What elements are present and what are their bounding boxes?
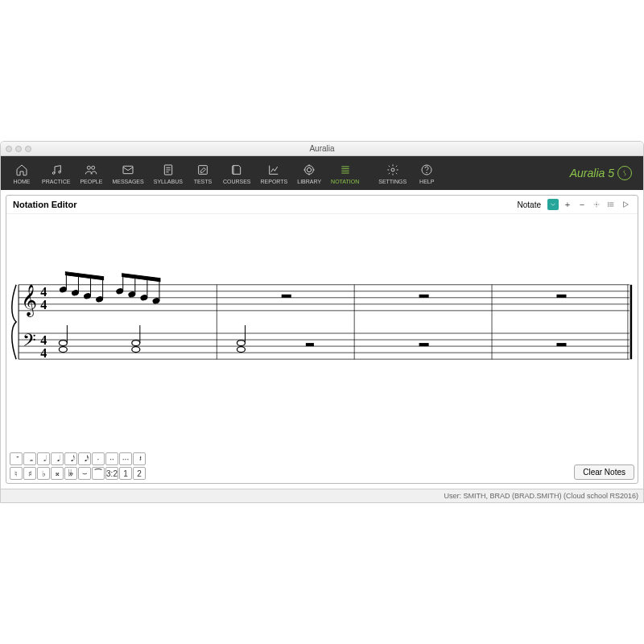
nav-people[interactable]: PEOPLE — [76, 156, 106, 190]
svg-point-11 — [308, 167, 312, 171]
svg-text:4: 4 — [40, 285, 47, 299]
nav-practice[interactable]: PRACTICE — [38, 156, 74, 190]
svg-rect-4 — [123, 166, 133, 173]
palette-button[interactable]: 𝅝 — [23, 452, 36, 465]
palette-button[interactable]: ♮ — [10, 467, 23, 480]
svg-text:𝄞: 𝄞 — [21, 284, 37, 317]
svg-point-57 — [116, 288, 124, 295]
palette-button[interactable]: 𝄻 — [10, 452, 23, 465]
nav-help[interactable]: HELP — [412, 156, 441, 190]
svg-point-51 — [96, 296, 104, 303]
nav-tests[interactable]: TESTS — [188, 156, 217, 190]
palette-button[interactable]: 𝄫 — [64, 467, 77, 480]
status-user: User: SMITH, BRAD (BRAD.SMITH) (Cloud sc… — [444, 492, 638, 500]
titlebar: Auralia — [1, 142, 643, 156]
mode-dropdown-button[interactable] — [547, 199, 559, 210]
people-icon — [85, 163, 97, 177]
palette-button[interactable]: 𝅘𝅥𝅯 — [78, 452, 91, 465]
svg-rect-79 — [419, 343, 429, 346]
svg-point-24 — [608, 204, 609, 205]
svg-text:4: 4 — [40, 346, 47, 360]
score-canvas[interactable]: 𝄞 𝄢 4 4 4 4 — [6, 214, 638, 449]
svg-point-1 — [58, 171, 60, 173]
svg-point-76 — [237, 347, 245, 353]
gear-icon — [386, 163, 399, 177]
nav-notation[interactable]: NOTATION — [327, 156, 363, 190]
brand-logo: Auralia 5 — [570, 166, 637, 180]
zoom-out-button[interactable]: − — [576, 199, 588, 210]
brand-circle-icon — [617, 166, 632, 180]
svg-point-0 — [52, 171, 55, 174]
svg-point-48 — [60, 287, 68, 293]
nav-syllabus[interactable]: SYLLABUS — [150, 156, 187, 190]
svg-point-3 — [92, 166, 95, 169]
svg-text:4: 4 — [40, 298, 47, 312]
notation-icon — [339, 163, 352, 177]
svg-point-71 — [132, 341, 140, 346]
minimize-window-button[interactable] — [15, 146, 22, 152]
mail-icon — [122, 163, 134, 177]
nav-label: SYLLABUS — [154, 179, 183, 184]
notation-panel: Notation Editor Notate + − — [6, 195, 638, 484]
music-score: 𝄞 𝄢 4 4 4 4 — [6, 269, 638, 374]
svg-point-25 — [608, 206, 609, 207]
nav-settings[interactable]: SETTINGS — [374, 156, 411, 190]
palette-button[interactable]: 1 — [119, 467, 132, 480]
clear-notes-button[interactable]: Clear Notes — [574, 464, 634, 480]
palette-button[interactable]: 2 — [133, 467, 146, 480]
svg-rect-78 — [306, 343, 314, 346]
svg-point-49 — [72, 290, 80, 296]
nav-label: HOME — [14, 179, 31, 184]
palette-button[interactable]: · — [92, 452, 105, 465]
panel-toolbar: Notate + − — [518, 199, 631, 210]
target-icon — [303, 163, 316, 177]
palette-button[interactable]: ⁀ — [92, 467, 105, 480]
chart-icon — [267, 163, 280, 177]
svg-point-18 — [427, 172, 427, 173]
app-window: Auralia HOME PRACTICE PEOPLE MESSAGES SY… — [0, 141, 644, 503]
nav-label: PEOPLE — [80, 179, 102, 184]
palette-button[interactable]: 𝅘𝅥 — [51, 452, 64, 465]
home-icon — [15, 163, 28, 177]
svg-rect-80 — [556, 343, 566, 346]
panel-footer: 𝄻𝅝𝅗𝅥𝅘𝅥𝅘𝅥𝅮𝅘𝅥𝅯······𝄽 ♮♯♭𝄪𝄫⌣⁀3:212 Clear N… — [6, 449, 638, 483]
nav-home[interactable]: HOME — [7, 156, 36, 190]
panel-title: Notation Editor — [13, 200, 76, 209]
play-button[interactable] — [620, 199, 631, 210]
nav-label: NOTATION — [331, 179, 359, 184]
zoom-in-button[interactable]: + — [562, 199, 573, 210]
svg-point-23 — [608, 203, 609, 204]
palette-button[interactable]: 𝄪 — [51, 467, 64, 480]
nav-courses[interactable]: COURSES — [219, 156, 255, 190]
palette-button[interactable]: 3:2 — [105, 467, 118, 480]
nav-library[interactable]: LIBRARY — [293, 156, 325, 190]
panel-header: Notation Editor Notate + − — [6, 196, 638, 214]
palette-button[interactable]: ·· — [105, 452, 118, 465]
nav-label: LIBRARY — [297, 179, 321, 184]
palette-button[interactable]: 𝅘𝅥𝅮 — [64, 452, 77, 465]
maximize-window-button[interactable] — [25, 146, 31, 152]
close-window-button[interactable] — [6, 146, 12, 152]
nav-label: HELP — [419, 179, 434, 184]
palette-button[interactable]: 𝄽 — [133, 452, 146, 465]
nav-label: TESTS — [194, 179, 213, 184]
nav-reports[interactable]: REPORTS — [257, 156, 292, 190]
palette-button[interactable]: ⌣ — [78, 467, 91, 480]
list-tool-button[interactable] — [605, 199, 617, 210]
palette-button[interactable]: ♭ — [37, 467, 50, 480]
palette-button[interactable]: ··· — [119, 452, 132, 465]
svg-point-69 — [59, 341, 67, 346]
nav-label: REPORTS — [261, 179, 288, 184]
mode-label: Notate — [518, 200, 541, 209]
svg-point-59 — [140, 295, 148, 301]
note-palette: 𝄻𝅝𝅗𝅥𝅘𝅥𝅘𝅥𝅮𝅘𝅥𝅯······𝄽 ♮♯♭𝄪𝄫⌣⁀3:212 — [10, 452, 146, 480]
nav-messages[interactable]: MESSAGES — [108, 156, 147, 190]
edit-icon — [196, 163, 209, 177]
svg-point-70 — [59, 347, 67, 353]
settings-tool-button[interactable] — [591, 199, 602, 210]
palette-button[interactable]: 𝅗𝅥 — [37, 452, 50, 465]
nav-label: PRACTICE — [42, 179, 70, 184]
svg-point-75 — [237, 341, 245, 346]
palette-button[interactable]: ♯ — [23, 467, 36, 480]
nav-label: COURSES — [223, 179, 251, 184]
